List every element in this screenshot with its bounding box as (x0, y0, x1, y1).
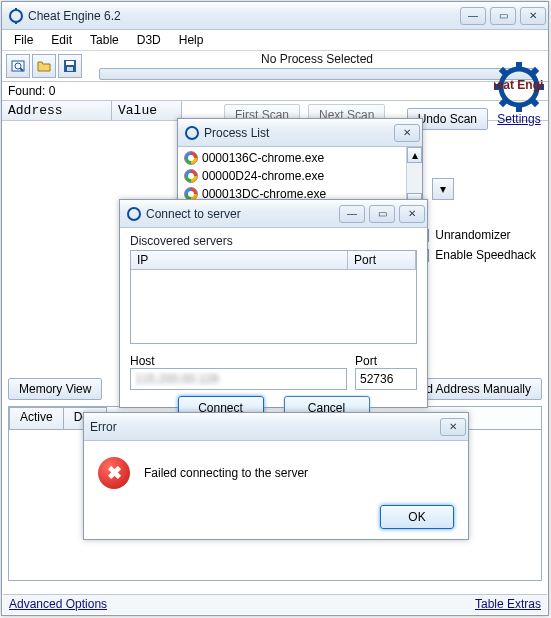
chrome-icon (184, 151, 198, 165)
tab-active[interactable]: Active (9, 407, 64, 429)
connect-close-button[interactable]: ✕ (399, 205, 425, 223)
error-titlebar[interactable]: Error ✕ (84, 413, 468, 441)
svg-rect-8 (67, 67, 73, 71)
open-process-button[interactable] (6, 54, 30, 78)
speedhack-label: Enable Speedhack (435, 248, 536, 262)
process-name: 0000136C-chrome.exe (202, 151, 324, 165)
app-icon (126, 206, 142, 222)
col-address[interactable]: Address (2, 101, 112, 120)
open-file-button[interactable] (32, 54, 56, 78)
error-message: Failed connecting to the server (144, 466, 308, 480)
proclist-titlebar[interactable]: Process List ✕ (178, 119, 422, 147)
chrome-icon (184, 169, 198, 183)
error-close-button[interactable]: ✕ (440, 418, 466, 436)
save-button[interactable] (58, 54, 82, 78)
advanced-options-link[interactable]: Advanced Options (9, 597, 107, 612)
host-input[interactable] (130, 368, 347, 390)
svg-text:Cheat Engine: Cheat Engine (494, 78, 544, 92)
process-list-window: Process List ✕ 0000136C-chrome.exe 00000… (177, 118, 423, 210)
svg-rect-2 (15, 21, 17, 24)
table-extras-link[interactable]: Table Extras (475, 597, 541, 612)
port-input[interactable] (355, 368, 417, 390)
port-label: Port (355, 354, 417, 368)
logo-icon: Cheat Engine (494, 62, 544, 112)
menu-file[interactable]: File (6, 31, 41, 49)
found-label: Found: 0 (2, 81, 548, 101)
main-title: Cheat Engine 6.2 (28, 9, 460, 23)
connect-titlebar[interactable]: Connect to server — ▭ ✕ (120, 200, 427, 228)
close-button[interactable]: ✕ (520, 7, 546, 25)
process-name: 00000D24-chrome.exe (202, 169, 324, 183)
menu-edit[interactable]: Edit (43, 31, 80, 49)
toolbar: No Process Selected (2, 51, 548, 81)
svg-point-20 (128, 208, 140, 220)
menubar: File Edit Table D3D Help (2, 30, 548, 51)
svg-rect-10 (516, 62, 522, 70)
svg-point-0 (10, 10, 22, 22)
connect-window: Connect to server — ▭ ✕ Discovered serve… (119, 199, 428, 408)
process-label: No Process Selected (261, 52, 373, 66)
statusbar: Advanced Options Table Extras (3, 594, 547, 614)
connect-maximize-button[interactable]: ▭ (369, 205, 395, 223)
connect-title: Connect to server (146, 207, 339, 221)
memory-view-button[interactable]: Memory View (8, 378, 102, 400)
menu-table[interactable]: Table (82, 31, 127, 49)
col-value[interactable]: Value (112, 101, 182, 120)
scroll-up-icon[interactable]: ▴ (407, 147, 422, 163)
svg-rect-7 (66, 61, 74, 65)
col-ip[interactable]: IP (131, 251, 348, 269)
host-label: Host (130, 354, 347, 368)
ok-button[interactable]: OK (380, 505, 454, 529)
error-title: Error (90, 420, 440, 434)
discovered-label: Discovered servers (130, 234, 417, 248)
menu-help[interactable]: Help (171, 31, 212, 49)
col-port[interactable]: Port (348, 251, 416, 269)
scan-type-dropdown[interactable]: ▾ (432, 178, 454, 200)
server-list[interactable]: IP Port (130, 250, 417, 344)
unrandomizer-label: Unrandomizer (435, 228, 510, 242)
menu-d3d[interactable]: D3D (129, 31, 169, 49)
minimize-button[interactable]: — (460, 7, 486, 25)
app-icon (8, 8, 24, 24)
process-row[interactable]: 00000D24-chrome.exe (182, 167, 418, 185)
connect-minimize-button[interactable]: — (339, 205, 365, 223)
app-icon (184, 125, 200, 141)
settings-area: Cheat Engine Settings (492, 62, 546, 126)
settings-link[interactable]: Settings (492, 112, 546, 126)
error-icon: ✖ (98, 457, 130, 489)
proclist-title: Process List (204, 126, 394, 140)
svg-rect-1 (15, 8, 17, 11)
progress-bar (99, 68, 535, 80)
svg-point-19 (186, 127, 198, 139)
error-dialog: Error ✕ ✖ Failed connecting to the serve… (83, 412, 469, 540)
maximize-button[interactable]: ▭ (490, 7, 516, 25)
process-row[interactable]: 0000136C-chrome.exe (182, 149, 418, 167)
svg-rect-11 (516, 104, 522, 112)
main-titlebar[interactable]: Cheat Engine 6.2 — ▭ ✕ (2, 2, 548, 30)
proclist-close-button[interactable]: ✕ (394, 124, 420, 142)
